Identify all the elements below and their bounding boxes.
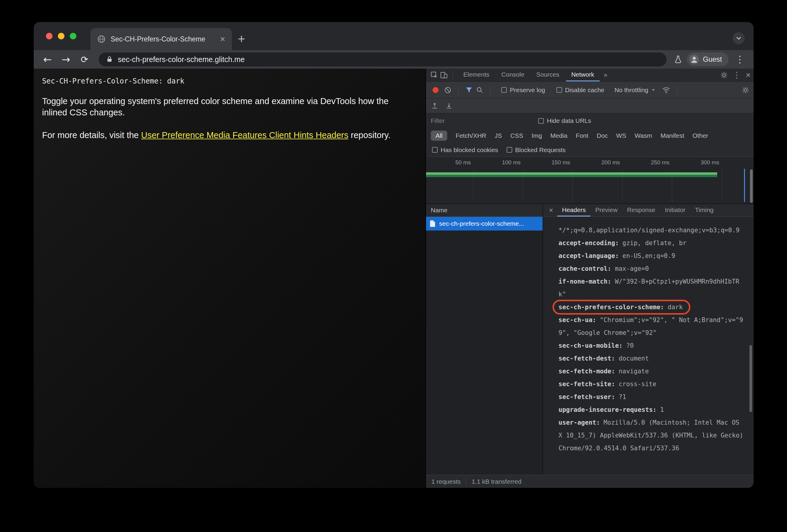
divider <box>490 86 490 94</box>
back-button[interactable]: ← <box>40 53 55 65</box>
settings-gear-icon[interactable] <box>720 71 728 79</box>
document-icon <box>430 220 435 227</box>
tab-close-icon[interactable]: × <box>219 35 227 44</box>
hide-data-urls-checkbox[interactable] <box>538 118 544 124</box>
lock-icon[interactable] <box>106 56 113 63</box>
header-line: */*;q=0.8,application/signed-exchange;v=… <box>558 224 745 237</box>
reload-button[interactable]: ⟳ <box>77 54 91 65</box>
zoom-window-button[interactable] <box>70 33 77 39</box>
pill-media[interactable]: Media <box>550 132 568 139</box>
tab-console[interactable]: Console <box>496 69 530 82</box>
details-tab-timing[interactable]: Timing <box>690 204 718 217</box>
tab-elements[interactable]: Elements <box>458 69 495 82</box>
preserve-log-label: Preserve log <box>510 87 545 94</box>
paragraph-2-suffix: repository. <box>348 130 390 140</box>
ruler-tick: 50 ms <box>455 159 473 166</box>
avatar-icon <box>689 54 699 64</box>
overview-scrollbar[interactable] <box>750 170 753 203</box>
network-overview[interactable]: 50 ms 100 ms 150 ms 200 ms 250 ms 300 ms <box>426 157 753 204</box>
requests-name-header[interactable]: Name <box>426 204 543 217</box>
devtools-menu-icon[interactable]: ⋮ <box>733 71 741 79</box>
browser-window: Sec-CH-Prefers-Color-Scheme × + ← → ⟳ se… <box>34 22 753 488</box>
blocked-requests-checkbox[interactable] <box>507 147 512 153</box>
close-details-icon[interactable]: × <box>545 206 557 215</box>
labs-beaker-icon[interactable] <box>674 55 683 64</box>
resource-type-filters: All Fetch/XHR JS CSS Img Media Font Doc … <box>426 128 753 143</box>
pill-fetch-xhr[interactable]: Fetch/XHR <box>455 132 486 139</box>
tab-search-button[interactable] <box>733 32 745 44</box>
header-line: if-none-match:W/"392-B+pCtpzl+pyWUSHMRn9… <box>558 275 745 301</box>
new-tab-button[interactable]: + <box>232 28 251 50</box>
throttling-select[interactable]: No throttling <box>615 87 656 94</box>
has-blocked-cookies-checkbox[interactable] <box>432 147 438 153</box>
tab-network[interactable]: Network <box>566 69 600 82</box>
preserve-log-checkbox[interactable] <box>501 87 507 93</box>
blocked-requests-label: Blocked Requests <box>515 147 566 154</box>
more-tabs-icon[interactable]: » <box>601 71 610 79</box>
request-name: sec-ch-prefers-color-scheme... <box>439 220 524 227</box>
pill-other[interactable]: Other <box>693 132 708 139</box>
profile-chip[interactable]: Guest <box>687 52 728 66</box>
header-line: accept-encoding:gzip, deflate, br <box>558 237 745 250</box>
search-icon[interactable] <box>476 86 484 94</box>
details-tab-headers[interactable]: Headers <box>557 204 590 217</box>
transferred-size: 1.1 kB transferred <box>466 478 527 485</box>
dom-content-loaded-line <box>744 169 745 202</box>
header-line: upgrade-insecure-requests:1 <box>558 403 745 416</box>
inspect-element-icon[interactable] <box>430 71 439 79</box>
devtools-close-icon[interactable]: × <box>746 71 751 79</box>
window-content: Sec-CH-Prefers-Color-Scheme: dark Toggle… <box>34 69 753 488</box>
page-paragraph-1: Toggle your operating system's preferred… <box>42 95 411 118</box>
ruler-tick: 200 ms <box>601 159 622 166</box>
import-har-icon[interactable] <box>431 102 439 110</box>
request-row[interactable]: sec-ch-prefers-color-scheme... <box>426 217 543 230</box>
disable-cache-checkbox[interactable] <box>556 87 562 93</box>
network-main: Name sec-ch-prefers-color-scheme... × He… <box>426 204 753 475</box>
minimize-window-button[interactable] <box>58 33 64 39</box>
filter-funnel-icon[interactable] <box>465 86 473 94</box>
header-line: sec-fetch-site:cross-site <box>558 378 745 391</box>
details-tab-preview[interactable]: Preview <box>590 204 622 217</box>
browser-toolbar: ← → ⟳ sec-ch-prefers-color-scheme.glitch… <box>34 50 753 69</box>
network-settings-gear-icon[interactable] <box>742 86 749 94</box>
pill-wasm[interactable]: Wasm <box>635 132 652 139</box>
has-blocked-cookies-label: Has blocked cookies <box>441 147 498 154</box>
pill-img[interactable]: Img <box>532 132 542 139</box>
disable-cache-option: Disable cache <box>556 87 604 94</box>
clear-icon[interactable] <box>444 86 452 94</box>
pill-js[interactable]: JS <box>495 132 502 139</box>
blocked-requests-option: Blocked Requests <box>507 147 566 154</box>
profile-label: Guest <box>703 55 722 64</box>
device-toolbar-icon[interactable] <box>440 71 448 79</box>
address-bar[interactable]: sec-ch-prefers-color-scheme.glitch.me <box>99 52 666 66</box>
network-conditions-icon[interactable] <box>662 86 671 94</box>
pill-all[interactable]: All <box>431 131 447 141</box>
browser-tab[interactable]: Sec-CH-Prefers-Color-Scheme × <box>90 28 232 50</box>
chevron-down-icon <box>651 87 656 93</box>
pill-font[interactable]: Font <box>576 132 588 139</box>
paragraph-2-prefix: For more details, visit the <box>42 130 141 140</box>
hide-data-urls-label: Hide data URLs <box>547 117 591 124</box>
header-line: sec-ch-ua-mobile:?0 <box>558 339 745 352</box>
requests-count: 1 requests <box>426 478 466 485</box>
export-har-icon[interactable] <box>445 102 453 110</box>
details-scrollbar[interactable] <box>749 345 752 412</box>
network-filter-input[interactable] <box>431 117 526 124</box>
tab-sources[interactable]: Sources <box>531 69 565 82</box>
pill-ws[interactable]: WS <box>616 132 626 139</box>
request-headers-pane[interactable]: */*;q=0.8,application/signed-exchange;v=… <box>543 217 753 475</box>
pill-doc[interactable]: Doc <box>597 132 608 139</box>
record-button[interactable] <box>432 87 439 93</box>
gridline <box>722 169 722 202</box>
browser-menu-icon[interactable]: ⋮ <box>733 54 747 65</box>
url-text: sec-ch-prefers-color-scheme.glitch.me <box>118 55 244 64</box>
details-tab-response[interactable]: Response <box>622 204 660 217</box>
forward-button[interactable]: → <box>59 53 73 65</box>
details-tab-initiator[interactable]: Initiator <box>660 204 690 217</box>
client-hints-repo-link[interactable]: User Preference Media Features Client Hi… <box>141 130 348 140</box>
pill-manifest[interactable]: Manifest <box>660 132 684 139</box>
close-window-button[interactable] <box>46 33 52 39</box>
pill-css[interactable]: CSS <box>510 132 523 139</box>
throttling-value: No throttling <box>615 87 648 94</box>
header-line: sec-ch-ua:"Chromium";v="92", " Not A;Bra… <box>558 314 745 339</box>
